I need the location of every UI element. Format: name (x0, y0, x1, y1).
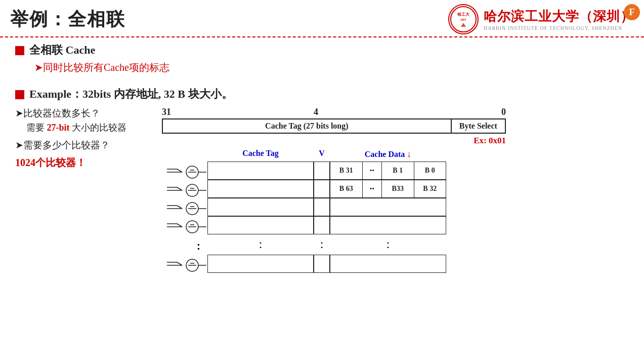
data-b31: B 31 (330, 162, 363, 179)
data-dots-2: ·· (363, 180, 382, 197)
page-number-badge: F (624, 4, 640, 20)
cache-row-2: B 63 ·· B33 B 32 (207, 180, 446, 198)
cell-v-last (314, 255, 330, 273)
cache-row-3 (207, 198, 446, 216)
dot-row: ： ： ： (207, 234, 446, 255)
addr-byte-field: Byte Select (452, 119, 505, 133)
bullet-square (15, 46, 24, 55)
cache-row-1: B 31 ·· B 1 B 0 (207, 162, 446, 180)
bullet-square-2 (15, 90, 24, 99)
dot-data: ： (330, 237, 446, 252)
svg-line-20 (177, 206, 182, 209)
data-b32: B 32 (414, 180, 446, 197)
cell-data-3 (330, 198, 446, 216)
cell-v-3 (314, 198, 330, 216)
cell-tag-3 (207, 198, 314, 216)
svg-line-27 (177, 224, 182, 227)
svg-line-13 (177, 187, 182, 190)
ex-label: Ex: 0x01 (162, 136, 506, 146)
comp-1 (162, 163, 207, 181)
example-section: Example：32bits 内存地址, 32 B 块大小。 ➤比较器位数多长？… (15, 87, 629, 274)
q2-answer: 1024个比较器！ (15, 156, 147, 170)
section1-sub: ➤同时比较所有Cache项的标志 (34, 61, 629, 74)
cell-data-last (330, 255, 446, 273)
q1: ➤比较器位数多长？ (15, 107, 147, 120)
left-text: ➤比较器位数多长？ 需要 27-bit 大小的比较器 ➤需要多少个比较器？ 10… (15, 107, 147, 170)
col-header-v: V (314, 148, 330, 160)
cache-row-last (207, 255, 446, 273)
cell-v-1 (314, 162, 330, 180)
dot-tag: ： (207, 237, 314, 252)
data-b33: B33 (382, 180, 414, 197)
cache-layout: ： (162, 148, 629, 274)
comp-dots: ： (162, 236, 207, 256)
comp-3 (162, 199, 207, 218)
example-body: ➤比较器位数多长？ 需要 27-bit 大小的比较器 ➤需要多少个比较器？ 10… (15, 107, 629, 274)
logo-text: 哈尔滨工业大学（深圳） HARBIN INSTITUTE OF TECHNOLO… (484, 8, 634, 31)
example-heading: Example：32bits 内存地址, 32 B 块大小。 (15, 87, 629, 102)
main-content: 全相联 Cache ➤同时比较所有Cache项的标志 Example：32bit… (0, 37, 644, 279)
comp-4 (162, 218, 207, 236)
comp-2 (162, 181, 207, 199)
cell-tag-2 (207, 180, 314, 198)
cell-v-2 (314, 180, 330, 198)
cache-column-headers: Cache Tag V Cache Data ↓ (207, 148, 446, 160)
data-arrow: ↓ (407, 149, 411, 159)
address-bar: Cache Tag (27 bits long) Byte Select (162, 118, 506, 134)
cache-row-4 (207, 216, 446, 234)
diagram-area: 31 4 0 Cache Tag (27 bits long) Byte Sel… (162, 107, 629, 274)
data-dots-1: ·· (363, 162, 382, 179)
page-title: 举例：全相联 (10, 7, 125, 32)
svg-text:哈工大: 哈工大 (457, 12, 470, 17)
q2: ➤需要多少个比较器？ (15, 139, 147, 152)
cache-table: Cache Tag V Cache Data ↓ (207, 148, 446, 273)
data-b0: B 0 (414, 162, 446, 179)
addr-bits-row: 31 4 0 (162, 107, 506, 117)
svg-marker-3 (461, 23, 466, 27)
data-b1: B 1 (382, 162, 414, 179)
addr-tag-field: Cache Tag (27 bits long) (163, 119, 452, 133)
logo-area: 哈工大 HIT 哈尔滨工业大学（深圳） HARBIN INSTITUTE OF … (448, 4, 634, 34)
cell-tag-last (207, 255, 314, 273)
cell-data-4 (330, 216, 446, 234)
cell-tag-1 (207, 162, 314, 180)
comp-last (162, 256, 207, 274)
col-header-tag: Cache Tag (207, 148, 314, 160)
cell-tag-4 (207, 216, 314, 234)
col-header-data: Cache Data ↓ (330, 148, 446, 160)
logo-emblem: 哈工大 HIT (448, 4, 479, 34)
cell-data-1: B 31 ·· B 1 B 0 (330, 162, 446, 180)
dot-v: ： (314, 237, 330, 252)
comparators-area: ： (162, 163, 207, 274)
svg-line-6 (177, 169, 182, 172)
section1-heading: 全相联 Cache (15, 43, 629, 58)
header: 举例：全相联 哈工大 HIT 哈尔滨工业大学（深圳） HARBIN INSTIT… (0, 0, 644, 37)
q1-answer: 需要 27-bit 大小的比较器 (26, 122, 147, 134)
svg-text:HIT: HIT (460, 18, 466, 21)
svg-line-34 (177, 262, 182, 265)
data-b63: B 63 (330, 180, 363, 197)
cell-v-4 (314, 216, 330, 234)
cell-data-2: B 63 ·· B33 B 32 (330, 180, 446, 198)
